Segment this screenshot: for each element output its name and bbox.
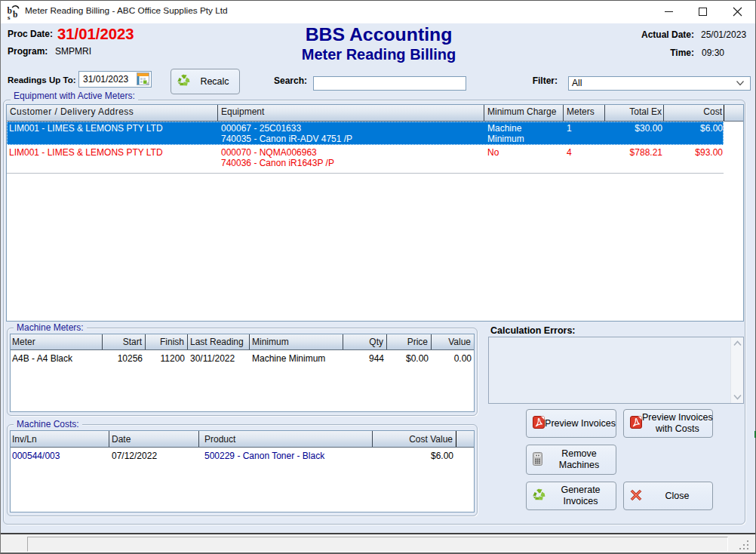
svg-text:b: b	[13, 10, 17, 19]
svg-text:s: s	[8, 14, 11, 20]
